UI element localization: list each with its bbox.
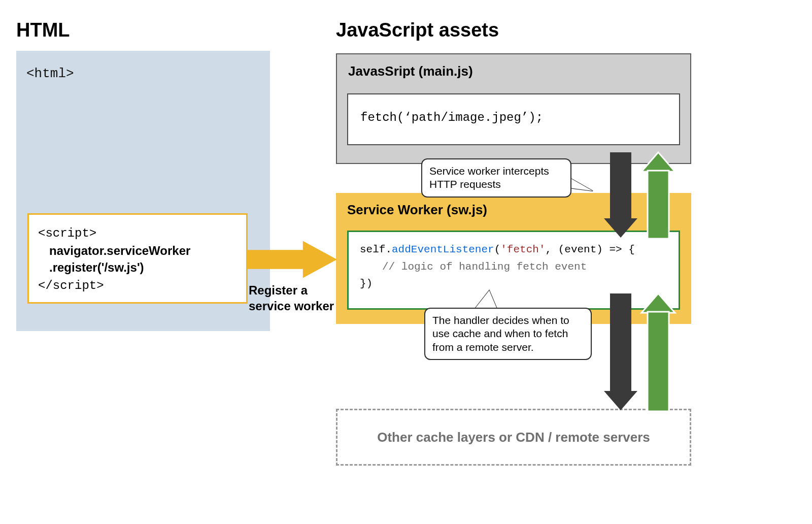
html-open-tag: <html> — [26, 66, 74, 81]
script-close-tag: </script> — [38, 279, 104, 292]
service-worker-code-box: self.addEventListener('fetch', (event) =… — [347, 231, 680, 310]
service-worker-title: Service Worker (sw.js) — [347, 202, 487, 218]
bubble-intercept-text: Service worker intercepts HTTP requests — [429, 165, 549, 190]
heading-js-assets: JavaScript assets — [336, 19, 499, 41]
register-label-line1: Register a — [249, 283, 308, 297]
bubble-intercept-tail-icon — [567, 177, 598, 197]
script-open-tag: <script> — [38, 226, 96, 240]
sw-code-arg: 'fetch' — [500, 244, 545, 255]
sw-code-method: addEventListener — [392, 244, 494, 255]
bubble-intercept: Service worker intercepts HTTP requests — [421, 158, 571, 198]
register-label-line2: service worker — [249, 299, 334, 313]
sw-code-close: }) — [360, 278, 373, 289]
fetch-code-text: fetch(‘path/image.jpeg’); — [360, 111, 543, 124]
script-register-box: <script> navigator.serviceWorker .regist… — [27, 213, 248, 304]
script-line-navigator: navigator.serviceWorker — [49, 242, 237, 259]
fetch-code-box: fetch(‘path/image.jpeg’); — [347, 93, 680, 145]
heading-html: HTML — [16, 19, 70, 41]
mainjs-title: JavasSript (main.js) — [348, 63, 473, 79]
bubble-handler-text: The handler decides when to use cache an… — [432, 314, 569, 353]
svg-marker-10 — [604, 391, 637, 410]
sw-code-after: , (event) => { — [545, 244, 634, 255]
sw-code-prefix: self. — [360, 244, 392, 255]
sw-code-open: ( — [494, 244, 501, 255]
svg-rect-12 — [648, 312, 669, 411]
cache-layers-text: Other cache layers or CDN / remote serve… — [377, 430, 650, 445]
diagram-stage: HTML JavaScript assets <html> <script> n… — [0, 0, 812, 524]
sw-code-comment: // logic of handling fetch event — [382, 258, 667, 276]
svg-marker-0 — [248, 241, 337, 278]
bubble-handler: The handler decides when to use cache an… — [424, 308, 592, 360]
register-arrow-icon — [248, 239, 338, 280]
script-line-register: .register('/sw.js') — [49, 259, 237, 276]
svg-marker-4 — [474, 290, 497, 310]
cache-layers-box: Other cache layers or CDN / remote serve… — [336, 409, 691, 466]
